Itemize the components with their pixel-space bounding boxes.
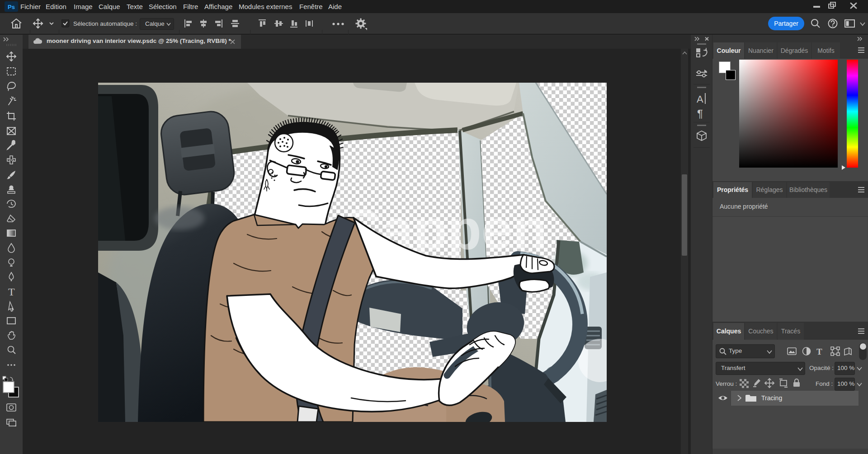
svg-text:T: T xyxy=(8,286,15,298)
svg-text:¶: ¶ xyxy=(697,108,703,120)
svg-text:A: A xyxy=(697,94,703,105)
svg-text:T: T xyxy=(816,347,822,356)
svg-text:Ps: Ps xyxy=(8,4,15,10)
